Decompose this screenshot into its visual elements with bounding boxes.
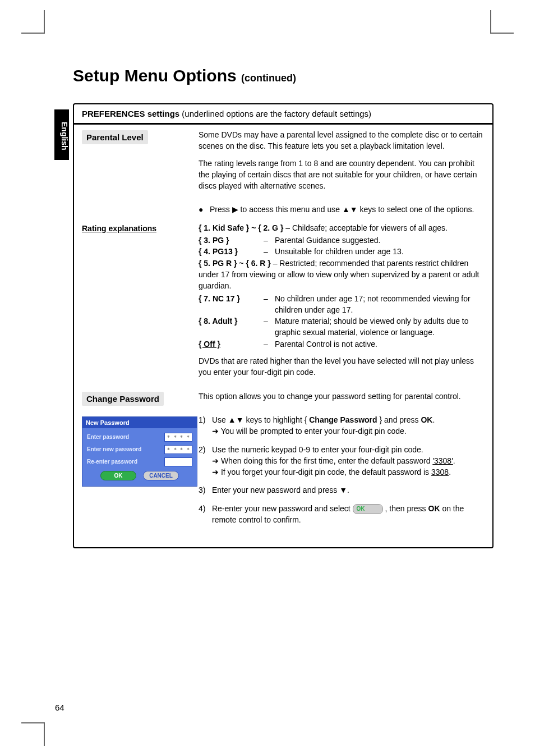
step-2g: . [449,468,451,476]
dialog-col: New Password Enter password ＊ ＊ ＊ ＊ Ente… [82,414,199,487]
dialog-ok-button[interactable]: OK [100,471,136,480]
steps-list: 1) Use ▲▼ keys to highlight { Change Pas… [199,414,485,526]
rating-sep: – [273,259,280,268]
ratings-heading: Rating explanations [82,222,199,384]
parental-p1: Some DVDs may have a parental level assi… [199,129,485,152]
rating-key: { 1. Kid Safe } ~ { 2. G } [199,223,283,232]
change-desc: This option allows you to change your pa… [199,391,485,402]
crop-mark [490,10,491,34]
rating-2-desc: Parental Guidance suggested. [275,235,485,246]
dialog-input-3[interactable] [164,457,192,466]
dialog-row-1: Enter password ＊ ＊ ＊ ＊ [87,433,192,442]
steps-col: 1) Use ▲▼ keys to highlight { Change Pas… [199,414,485,533]
step-2c: '3308' [432,456,453,465]
step-2b: ➜ When doing this for the first time, en… [212,456,432,465]
step-2d: . [453,456,455,465]
crop-mark [44,722,45,746]
step-2a: Use the numeric keypad 0-9 to enter your… [212,445,423,454]
dialog-label-2: Enter new password [87,446,164,452]
password-dialog: New Password Enter password ＊ ＊ ＊ ＊ Ente… [82,416,197,487]
rating-sep: – [285,223,292,232]
rating-sep: – [264,246,275,257]
dialog-buttons: OK CANCEL [87,471,192,480]
parental-level-row: Parental Level Some DVDs may have a pare… [74,126,492,200]
rating-3: { 4. PG13 } – Unsuitable for children un… [199,246,485,257]
inline-ok-pill: OK [353,504,383,515]
rating-2: { 3. PG } – Parental Guidance suggested. [199,235,485,246]
step-1f: ➜ You will be prompted to enter your fou… [212,427,407,436]
change-password-label: Change Password [82,391,199,407]
rating-7: { Off } – Parental Control is not active… [199,338,485,350]
rating-6-key: { 8. Adult } [199,317,238,326]
rating-sep: – [264,293,275,316]
step-1a: Use ▲▼ keys to highlight { [212,415,309,424]
parental-bullet: ● Press ▶ to access this menu and use ▲▼… [199,204,485,215]
rating-6: { 8. Adult } – Mature material; should b… [199,315,485,338]
dialog-input-2[interactable]: ＊ ＊ ＊ ＊ [164,445,192,454]
language-tab: English [54,109,69,160]
ratings-heading-text: Rating explanations [82,224,156,233]
dialog-cancel-button[interactable]: CANCEL [143,471,179,480]
change-password-detail: New Password Enter password ＊ ＊ ＊ ＊ Ente… [74,411,492,536]
step-4d: OK [428,504,440,513]
step-2-num: 2) [199,444,212,478]
panel-header-bold: PREFERENCES settings [82,109,179,118]
label-box: Change Password [82,392,164,406]
rating-3-desc: Unsuitable for children under age 13. [275,246,485,257]
page-number: 64 [55,703,64,712]
rating-5-key: { 7. NC 17 } [199,294,240,303]
rating-1-key: { 1. Kid Safe } ~ { 2. G } [199,223,283,232]
step-4-num: 4) [199,503,212,526]
inline-ok-text: OK [357,506,365,512]
step-4: 4) Re-enter your new password and select… [199,503,485,526]
rating-2-key: { 3. PG } [199,236,229,245]
page-title: Setup Menu Options (continued) [73,66,296,85]
rating-4: { 5. PG R } ~ { 6. R } – Restricted; rec… [199,258,485,292]
rating-1-desc: Childsafe; acceptable for viewers of all… [292,223,448,232]
rating-4-key: { 5. PG R } ~ { 6. R } [199,259,271,268]
rating-6-desc: Mature material; should be viewed only b… [275,315,485,338]
spacer [82,204,199,215]
change-password-desc: This option allows you to change your pa… [199,391,485,407]
label-box: Parental Level [82,130,148,144]
step-2: 2) Use the numeric keypad 0-9 to enter y… [199,444,485,478]
step-1: 1) Use ▲▼ keys to highlight { Change Pas… [199,414,485,437]
ratings-list: { 1. Kid Safe } ~ { 2. G } – Childsafe; … [199,222,485,384]
rating-sep: – [264,338,275,350]
step-1-num: 1) [199,414,212,437]
dialog-title: New Password [82,417,197,428]
crop-mark [21,33,45,34]
title-main: Setup Menu Options [73,66,237,85]
step-3: 3) Enter your new password and press ▼. [199,484,485,496]
dialog-row-3: Re-enter password [87,457,192,466]
step-4c: , then press [385,504,428,513]
rating-5-desc: No children under age 17; not recommende… [275,293,485,316]
bullet-icon: ● [199,204,210,215]
parental-bullet-text: Press ▶ to access this menu and use ▲▼ k… [210,204,485,215]
dialog-input-1[interactable]: ＊ ＊ ＊ ＊ [164,433,192,442]
preferences-panel: PREFERENCES settings (underlined options… [73,103,494,548]
dialog-label-3: Re-enter password [87,459,164,465]
step-4a: Re-enter your new password and select [212,504,353,513]
parental-level-desc: Some DVDs may have a parental level assi… [199,129,485,197]
title-continued: (continued) [241,72,296,84]
step-3-num: 3) [199,484,212,496]
dialog-label-1: Enter password [87,434,164,440]
crop-mark [490,33,514,34]
rating-sep: – [264,315,275,338]
parental-bullet-row: ● Press ▶ to access this menu and use ▲▼… [74,200,492,218]
rating-3-key: { 4. PG13 } [199,247,238,256]
step-1d: OK [421,415,432,424]
step-1e: . [432,415,435,424]
ratings-note: DVDs that are rated higher than the leve… [199,355,485,378]
change-password-row: Change Password This option allows you t… [74,387,492,411]
crop-mark [44,10,45,34]
rating-7-desc: Parental Control is not active. [275,338,485,350]
rating-5: { 7. NC 17 } – No children under age 17;… [199,293,485,316]
rating-1: { 1. Kid Safe } ~ { 2. G } – Childsafe; … [199,222,485,233]
rating-sep: – [264,235,275,246]
crop-mark [21,722,45,723]
step-2f: 3308 [431,468,449,476]
ratings-row: Rating explanations { 1. Kid Safe } ~ { … [74,219,492,387]
rating-7-key: { Off } [199,340,220,349]
